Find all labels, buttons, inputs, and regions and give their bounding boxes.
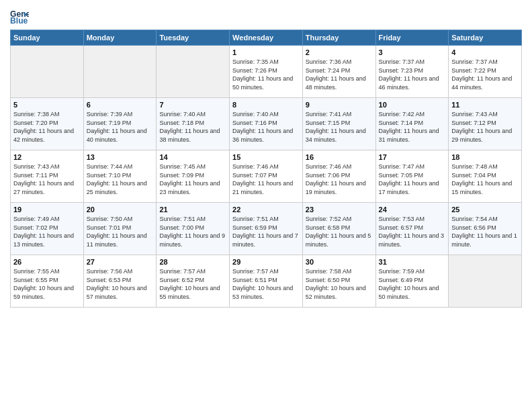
day-cell-3-0: 19Sunrise: 7:49 AM Sunset: 7:02 PM Dayli… (11, 203, 84, 255)
day-header-monday: Monday (83, 30, 157, 46)
logo: General Blue (10, 7, 32, 26)
day-number: 15 (232, 153, 300, 161)
day-number: 11 (451, 101, 519, 109)
day-number: 24 (379, 205, 446, 214)
day-info: Sunrise: 7:57 AM Sunset: 6:51 PM Dayligh… (232, 267, 300, 301)
logo-icon: General Blue (10, 7, 29, 26)
day-number: 31 (379, 258, 446, 266)
day-info: Sunrise: 7:47 AM Sunset: 7:05 PM Dayligh… (379, 163, 446, 196)
day-cell-2-1: 13Sunrise: 7:44 AM Sunset: 7:10 PM Dayli… (83, 150, 157, 203)
day-info: Sunrise: 7:43 AM Sunset: 7:12 PM Dayligh… (451, 110, 519, 144)
day-number: 29 (232, 258, 300, 266)
svg-text:Blue: Blue (10, 16, 28, 26)
day-info: Sunrise: 7:46 AM Sunset: 7:07 PM Dayligh… (232, 163, 300, 196)
day-cell-2-6: 18Sunrise: 7:48 AM Sunset: 7:04 PM Dayli… (449, 150, 522, 203)
day-info: Sunrise: 7:39 AM Sunset: 7:19 PM Dayligh… (87, 110, 154, 144)
day-header-thursday: Thursday (302, 30, 375, 46)
day-info: Sunrise: 7:40 AM Sunset: 7:16 PM Dayligh… (232, 110, 300, 144)
day-cell-0-5: 3Sunrise: 7:37 AM Sunset: 7:23 PM Daylig… (375, 46, 449, 98)
day-cell-1-3: 8Sunrise: 7:40 AM Sunset: 7:16 PM Daylig… (230, 98, 303, 150)
day-cell-2-0: 12Sunrise: 7:43 AM Sunset: 7:11 PM Dayli… (11, 150, 84, 203)
day-cell-3-5: 24Sunrise: 7:53 AM Sunset: 6:57 PM Dayli… (375, 203, 449, 255)
day-number: 23 (306, 205, 373, 214)
calendar-table: SundayMondayTuesdayWednesdayThursdayFrid… (10, 30, 522, 308)
day-header-tuesday: Tuesday (157, 30, 230, 46)
day-cell-0-1 (83, 46, 157, 98)
day-number: 9 (306, 101, 373, 109)
day-number: 12 (13, 153, 81, 161)
day-number: 22 (232, 205, 300, 214)
day-header-saturday: Saturday (449, 30, 522, 46)
day-info: Sunrise: 7:41 AM Sunset: 7:15 PM Dayligh… (306, 110, 373, 144)
day-info: Sunrise: 7:48 AM Sunset: 7:04 PM Dayligh… (451, 163, 519, 196)
day-number: 3 (379, 48, 446, 56)
day-info: Sunrise: 7:51 AM Sunset: 7:00 PM Dayligh… (159, 215, 226, 248)
day-cell-4-3: 29Sunrise: 7:57 AM Sunset: 6:51 PM Dayli… (230, 255, 303, 308)
day-cell-2-3: 15Sunrise: 7:46 AM Sunset: 7:07 PM Dayli… (230, 150, 303, 203)
day-cell-2-2: 14Sunrise: 7:45 AM Sunset: 7:09 PM Dayli… (157, 150, 230, 203)
day-number: 7 (159, 101, 226, 109)
day-cell-1-0: 5Sunrise: 7:38 AM Sunset: 7:20 PM Daylig… (11, 98, 84, 150)
day-info: Sunrise: 7:58 AM Sunset: 6:50 PM Dayligh… (306, 267, 373, 301)
day-number: 21 (159, 205, 226, 214)
day-info: Sunrise: 7:35 AM Sunset: 7:26 PM Dayligh… (232, 58, 300, 91)
day-cell-1-5: 10Sunrise: 7:42 AM Sunset: 7:14 PM Dayli… (375, 98, 449, 150)
day-cell-4-1: 27Sunrise: 7:56 AM Sunset: 6:53 PM Dayli… (83, 255, 157, 308)
day-number: 28 (159, 258, 226, 266)
day-cell-1-4: 9Sunrise: 7:41 AM Sunset: 7:15 PM Daylig… (302, 98, 375, 150)
week-row-1: 5Sunrise: 7:38 AM Sunset: 7:20 PM Daylig… (11, 98, 522, 150)
day-info: Sunrise: 7:43 AM Sunset: 7:11 PM Dayligh… (13, 163, 81, 196)
day-header-sunday: Sunday (11, 30, 84, 46)
day-cell-4-4: 30Sunrise: 7:58 AM Sunset: 6:50 PM Dayli… (302, 255, 375, 308)
day-number: 8 (232, 101, 300, 109)
day-info: Sunrise: 7:55 AM Sunset: 6:55 PM Dayligh… (13, 267, 81, 301)
day-info: Sunrise: 7:52 AM Sunset: 6:58 PM Dayligh… (306, 215, 373, 248)
day-info: Sunrise: 7:45 AM Sunset: 7:09 PM Dayligh… (159, 163, 226, 196)
day-number: 18 (451, 153, 519, 161)
day-info: Sunrise: 7:37 AM Sunset: 7:22 PM Dayligh… (451, 58, 519, 91)
day-cell-4-6 (449, 255, 522, 308)
week-row-2: 12Sunrise: 7:43 AM Sunset: 7:11 PM Dayli… (11, 150, 522, 203)
week-row-3: 19Sunrise: 7:49 AM Sunset: 7:02 PM Dayli… (11, 203, 522, 255)
day-cell-1-2: 7Sunrise: 7:40 AM Sunset: 7:18 PM Daylig… (157, 98, 230, 150)
day-number: 10 (379, 101, 446, 109)
day-number: 4 (451, 48, 519, 56)
day-info: Sunrise: 7:56 AM Sunset: 6:53 PM Dayligh… (87, 267, 154, 301)
day-number: 16 (306, 153, 373, 161)
day-info: Sunrise: 7:37 AM Sunset: 7:23 PM Dayligh… (379, 58, 446, 91)
day-number: 5 (13, 101, 81, 109)
day-cell-0-0 (11, 46, 84, 98)
day-info: Sunrise: 7:36 AM Sunset: 7:24 PM Dayligh… (306, 58, 373, 91)
day-cell-0-2 (157, 46, 230, 98)
day-cell-4-0: 26Sunrise: 7:55 AM Sunset: 6:55 PM Dayli… (11, 255, 84, 308)
day-info: Sunrise: 7:46 AM Sunset: 7:06 PM Dayligh… (306, 163, 373, 196)
day-cell-3-2: 21Sunrise: 7:51 AM Sunset: 7:00 PM Dayli… (157, 203, 230, 255)
day-cell-3-3: 22Sunrise: 7:51 AM Sunset: 6:59 PM Dayli… (230, 203, 303, 255)
day-info: Sunrise: 7:53 AM Sunset: 6:57 PM Dayligh… (379, 215, 446, 248)
day-info: Sunrise: 7:59 AM Sunset: 6:49 PM Dayligh… (379, 267, 446, 301)
day-cell-0-4: 2Sunrise: 7:36 AM Sunset: 7:24 PM Daylig… (302, 46, 375, 98)
day-number: 26 (13, 258, 81, 266)
main-container: General Blue SundayMondayTuesdayWednesda… (0, 0, 532, 314)
day-number: 6 (87, 101, 154, 109)
header-row: SundayMondayTuesdayWednesdayThursdayFrid… (11, 30, 522, 46)
day-info: Sunrise: 7:38 AM Sunset: 7:20 PM Dayligh… (13, 110, 81, 144)
day-number: 19 (13, 205, 81, 214)
day-cell-1-1: 6Sunrise: 7:39 AM Sunset: 7:19 PM Daylig… (83, 98, 157, 150)
day-cell-3-6: 25Sunrise: 7:54 AM Sunset: 6:56 PM Dayli… (449, 203, 522, 255)
week-row-0: 1Sunrise: 7:35 AM Sunset: 7:26 PM Daylig… (11, 46, 522, 98)
day-cell-2-4: 16Sunrise: 7:46 AM Sunset: 7:06 PM Dayli… (302, 150, 375, 203)
day-info: Sunrise: 7:51 AM Sunset: 6:59 PM Dayligh… (232, 215, 300, 248)
day-number: 14 (159, 153, 226, 161)
week-row-4: 26Sunrise: 7:55 AM Sunset: 6:55 PM Dayli… (11, 255, 522, 308)
day-number: 17 (379, 153, 446, 161)
day-number: 30 (306, 258, 373, 266)
day-info: Sunrise: 7:44 AM Sunset: 7:10 PM Dayligh… (87, 163, 154, 196)
day-info: Sunrise: 7:50 AM Sunset: 7:01 PM Dayligh… (87, 215, 154, 248)
day-cell-0-6: 4Sunrise: 7:37 AM Sunset: 7:22 PM Daylig… (449, 46, 522, 98)
day-number: 25 (451, 205, 519, 214)
day-cell-1-6: 11Sunrise: 7:43 AM Sunset: 7:12 PM Dayli… (449, 98, 522, 150)
day-cell-3-4: 23Sunrise: 7:52 AM Sunset: 6:58 PM Dayli… (302, 203, 375, 255)
day-number: 2 (306, 48, 373, 56)
day-number: 20 (87, 205, 154, 214)
